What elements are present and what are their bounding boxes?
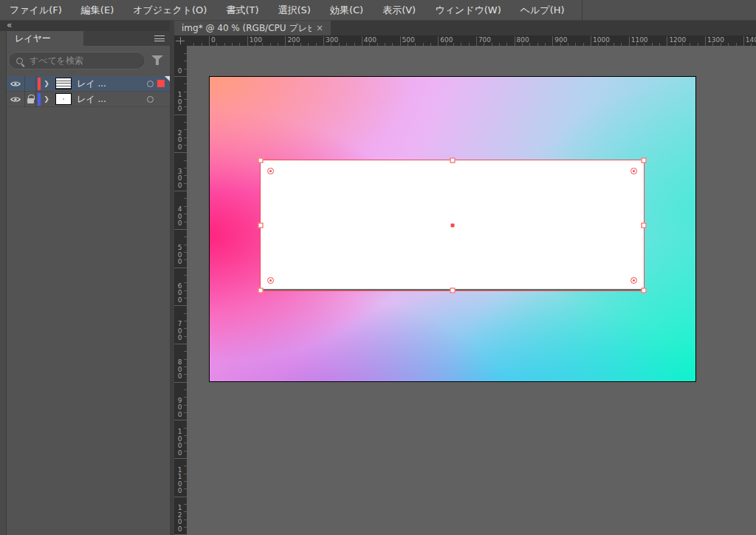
expand-chevron-icon[interactable]: ❯ — [41, 95, 52, 103]
ruler-label: 1000 — [593, 36, 610, 44]
ruler-label: 6 0 0 — [176, 283, 183, 304]
ruler-tick — [438, 36, 439, 46]
ruler-tick — [285, 36, 286, 46]
ruler-label: 100 — [250, 36, 262, 44]
selection-handle[interactable] — [642, 158, 647, 163]
lock-toggle-empty[interactable] — [25, 76, 36, 92]
document-area: img* @ 40 % (RGB/CPU プレビュー) × 0100200300… — [170, 21, 756, 535]
live-corner-widget[interactable] — [267, 168, 274, 174]
target-circle-icon[interactable] — [147, 81, 154, 87]
ruler-label: 3 0 0 — [176, 168, 183, 190]
target-circle-icon[interactable] — [147, 96, 154, 103]
selection-handle[interactable] — [258, 288, 264, 293]
vertical-ruler[interactable]: 01 0 02 0 03 0 04 0 05 0 06 0 07 0 08 0 … — [174, 46, 187, 535]
ruler-tick — [174, 191, 187, 191]
layer-name[interactable]: レイ ... — [77, 78, 147, 90]
visibility-eye-icon[interactable] — [7, 76, 25, 92]
ruler-tick — [174, 305, 187, 306]
ruler-label: 200 — [287, 36, 300, 44]
ruler-label: 1 0 0 — [176, 92, 183, 113]
menu-help[interactable]: ヘルプ(H) — [511, 0, 574, 20]
menu-file[interactable]: ファイル(F) — [0, 0, 72, 20]
menu-edit[interactable]: 編集(E) — [72, 0, 123, 20]
ruler-tick — [174, 152, 187, 153]
layer-list: ❯レイ ...❯レイ ... — [7, 76, 170, 107]
layer-thumbnail[interactable] — [55, 78, 72, 89]
close-tab-icon[interactable]: × — [316, 21, 323, 35]
selection-handle[interactable] — [642, 288, 647, 293]
expand-chevron-icon[interactable]: ❯ — [41, 80, 52, 87]
menu-view[interactable]: 表示(V) — [373, 0, 425, 20]
ruler-tick — [323, 36, 324, 46]
menu-object[interactable]: オブジェクト(O) — [123, 0, 216, 20]
ruler-tick — [174, 229, 187, 230]
canvas-viewport[interactable] — [187, 46, 756, 535]
layer-row[interactable]: ❯レイ ... — [7, 92, 170, 107]
ruler-label: 9 0 0 — [176, 398, 183, 419]
panel-menu-icon[interactable] — [154, 35, 165, 41]
ruler-label: 5 0 0 — [176, 245, 183, 266]
ruler-label: 8 0 0 — [176, 359, 183, 381]
collapse-panel-icon[interactable]: « — [7, 21, 12, 30]
ruler-tick — [174, 344, 187, 344]
visibility-eye-icon[interactable] — [7, 92, 25, 107]
ruler-tick — [476, 36, 477, 46]
ruler-tick — [515, 36, 515, 46]
ruler-label: 1 1 0 0 — [176, 467, 183, 495]
menu-select[interactable]: 選択(S) — [269, 0, 320, 20]
dock-edge-strip — [0, 31, 7, 535]
live-corner-widget[interactable] — [630, 168, 637, 174]
document-title: img* @ 40 % (RGB/CPU プレビュー) — [182, 21, 312, 35]
ruler-tick — [174, 458, 187, 459]
selection-handle[interactable] — [258, 223, 264, 228]
ruler-label: 1 2 0 0 — [176, 505, 183, 533]
selection-handle[interactable] — [258, 158, 264, 163]
layer-row[interactable]: ❯レイ ... — [7, 76, 170, 92]
menu-bar: ファイル(F)編集(E)オブジェクト(O)書式(T)選択(S)効果(C)表示(V… — [0, 0, 756, 21]
lock-icon[interactable] — [25, 92, 36, 107]
object-center-point[interactable] — [450, 224, 454, 228]
live-corner-widget[interactable] — [267, 277, 274, 284]
layers-panel: « レイヤー すべてを検索 ❯レイ ...❯レイ ... — [0, 21, 170, 535]
ruler-tick — [174, 268, 187, 268]
search-input[interactable]: すべてを検索 — [8, 52, 145, 69]
ruler-label: 300 — [326, 36, 338, 44]
menu-effect[interactable]: 効果(C) — [320, 0, 373, 20]
ruler-label: 7 0 0 — [176, 321, 183, 342]
ruler-tick — [667, 36, 667, 46]
search-icon — [16, 58, 23, 64]
artboard[interactable] — [209, 76, 696, 382]
ruler-tick — [591, 36, 591, 46]
ruler-tick — [209, 36, 210, 46]
ruler-tick — [629, 36, 630, 46]
ruler-label: 1100 — [631, 36, 648, 44]
ruler-label: 900 — [554, 36, 567, 44]
live-corner-widget[interactable] — [630, 277, 637, 284]
layer-name[interactable]: レイ ... — [77, 93, 147, 106]
selection-handle[interactable] — [450, 288, 455, 293]
selected-rectangle[interactable] — [260, 160, 645, 291]
ruler-label: 1 0 0 0 — [176, 429, 183, 457]
ruler-tick — [552, 36, 553, 46]
document-tab-bar: img* @ 40 % (RGB/CPU プレビュー) × — [174, 21, 756, 35]
ruler-tick — [174, 115, 187, 115]
ruler-label: 0 — [176, 68, 183, 75]
ruler-tick — [362, 36, 362, 46]
ruler-label: 4 0 0 — [176, 206, 183, 228]
filter-icon[interactable] — [151, 55, 163, 67]
layer-thumbnail[interactable] — [55, 93, 72, 105]
ruler-origin-corner[interactable] — [174, 35, 187, 46]
selection-handle[interactable] — [642, 223, 647, 228]
selection-handle[interactable] — [450, 158, 455, 163]
horizontal-ruler[interactable]: 0100200300400500600700800900100011001200… — [174, 35, 756, 46]
ruler-tick — [174, 497, 187, 497]
ruler-label: 1300 — [707, 36, 724, 44]
tab-layers[interactable]: レイヤー — [7, 31, 83, 46]
menu-type[interactable]: 書式(T) — [216, 0, 268, 20]
menu-window[interactable]: ウィンドウ(W) — [425, 0, 511, 20]
ruler-tick — [705, 36, 706, 46]
selection-chip-empty — [157, 95, 165, 103]
ruler-tick — [174, 76, 187, 77]
ruler-label: 1200 — [669, 36, 686, 44]
document-tab[interactable]: img* @ 40 % (RGB/CPU プレビュー) × — [174, 21, 331, 35]
